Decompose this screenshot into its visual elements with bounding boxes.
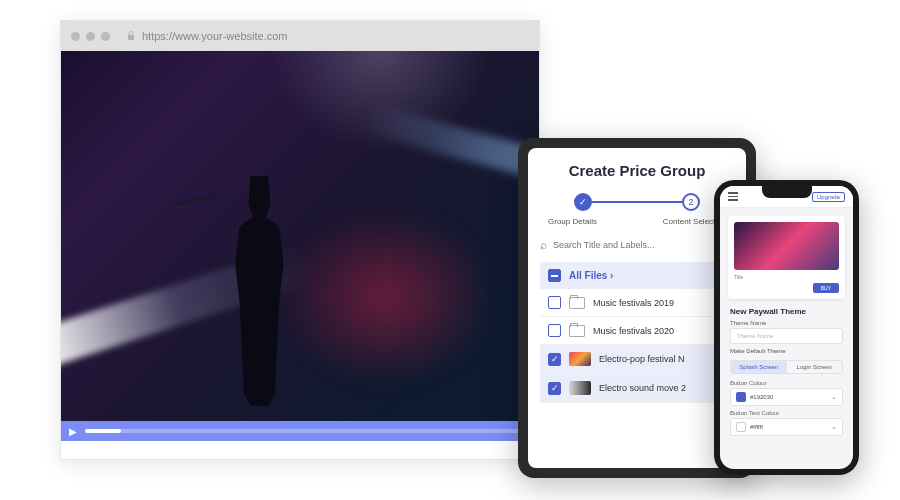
browser-chrome-bar: https://www.your-website.com — [61, 21, 539, 51]
phone-notch — [762, 186, 812, 198]
screen-tabs: Splash Screen Login Screen — [730, 360, 843, 374]
step-2-active[interactable]: 2 — [682, 193, 700, 211]
url-bar[interactable]: https://www.your-website.com — [126, 27, 529, 45]
stage-glow — [276, 207, 496, 387]
chevron-down-icon: ⌄ — [831, 423, 837, 431]
default-theme-label: Make Default Theme — [730, 348, 786, 354]
svg-rect-0 — [128, 35, 134, 40]
folder-icon — [569, 325, 585, 337]
file-name: Electro sound move 2 — [599, 383, 686, 393]
page-title: Create Price Group — [540, 162, 734, 179]
all-files-header[interactable]: All Files › — [540, 262, 734, 289]
step-labels: Group Details Content Selection — [540, 217, 734, 226]
browser-window: https://www.your-website.com ▶ — [60, 20, 540, 460]
step-connector — [592, 201, 682, 203]
section-title: New Paywall Theme — [730, 307, 843, 316]
file-name: Music festivals 2019 — [593, 298, 674, 308]
phone-screen: Upgrade Title BUY New Paywall Theme Them… — [720, 186, 853, 469]
button-text-colour-picker[interactable]: #ffffff ⌄ — [730, 418, 843, 436]
file-name: Electro-pop festival N — [599, 354, 685, 364]
button-text-colour-label: Button Text Colour — [730, 410, 843, 416]
preview-thumbnail — [734, 222, 839, 270]
url-text: https://www.your-website.com — [142, 30, 288, 42]
theme-name-input[interactable]: Theme Name — [730, 328, 843, 344]
microphone — [171, 195, 216, 206]
video-thumbnail — [569, 381, 591, 395]
search-icon: ⌕ — [540, 238, 547, 252]
window-dot — [86, 32, 95, 41]
file-row[interactable]: Music festivals 2020 — [540, 317, 734, 345]
chevron-down-icon: ⌄ — [831, 393, 837, 401]
preview-title-label: Title — [734, 274, 839, 280]
progress-track[interactable] — [85, 429, 531, 433]
colour-value: #192030 — [750, 394, 827, 400]
file-row[interactable]: Music festivals 2019 — [540, 289, 734, 317]
hamburger-icon[interactable] — [728, 192, 738, 201]
colour-swatch — [736, 422, 746, 432]
button-colour-picker[interactable]: #192030 ⌄ — [730, 388, 843, 406]
stepper: ✓ 2 — [540, 193, 734, 211]
search-input[interactable] — [553, 240, 734, 250]
default-theme-toggle[interactable]: Make Default Theme — [730, 348, 843, 354]
buy-button[interactable]: BUY — [813, 283, 839, 293]
progress-fill — [85, 429, 121, 433]
phone-device: Upgrade Title BUY New Paywall Theme Them… — [714, 180, 859, 475]
theme-name-label: Theme Name — [730, 320, 843, 326]
video-player-bar: ▶ — [61, 421, 539, 441]
step-1-complete-icon[interactable]: ✓ — [574, 193, 592, 211]
file-name: Music festivals 2020 — [593, 326, 674, 336]
upgrade-button[interactable]: Upgrade — [812, 192, 845, 202]
file-row[interactable]: Electro-pop festival N — [540, 345, 734, 374]
preview-card: Title BUY — [728, 216, 845, 299]
button-colour-label: Button Colour — [730, 380, 843, 386]
video-content[interactable]: ▶ — [61, 51, 539, 441]
select-all-checkbox[interactable] — [548, 269, 561, 282]
search-row: ⌕ — [540, 238, 734, 252]
colour-value: #ffffff — [750, 424, 827, 430]
file-checkbox[interactable] — [548, 324, 561, 337]
play-button-icon[interactable]: ▶ — [69, 426, 77, 437]
file-checkbox[interactable] — [548, 382, 561, 395]
video-thumbnail — [569, 352, 591, 366]
tab-splash[interactable]: Splash Screen — [731, 361, 787, 373]
window-dot — [101, 32, 110, 41]
file-checkbox[interactable] — [548, 296, 561, 309]
file-row[interactable]: Electro sound move 2 — [540, 374, 734, 403]
lock-icon — [126, 31, 136, 41]
colour-swatch — [736, 392, 746, 402]
window-dot — [71, 32, 80, 41]
tab-login[interactable]: Login Screen — [787, 361, 843, 373]
all-files-label[interactable]: All Files › — [569, 270, 613, 281]
step-1-label: Group Details — [548, 217, 597, 226]
folder-icon — [569, 297, 585, 309]
file-checkbox[interactable] — [548, 353, 561, 366]
